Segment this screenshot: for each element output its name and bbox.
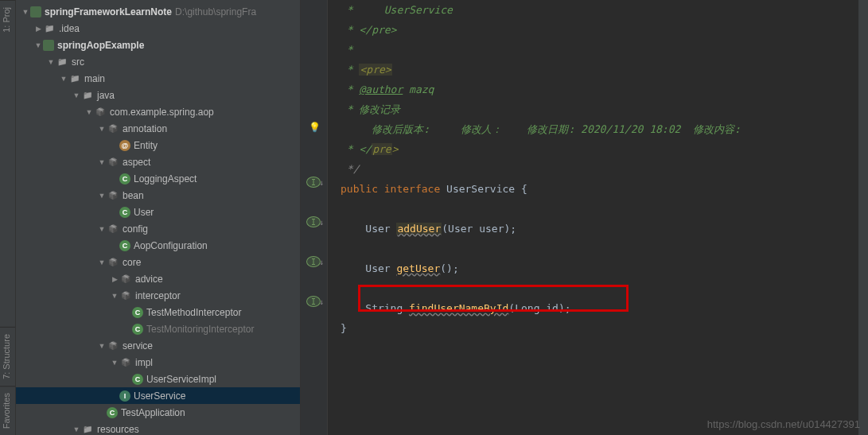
- tree-arrow-icon[interactable]: [110, 275, 119, 283]
- bulb-icon: 💡: [309, 122, 321, 133]
- code-line: interface: [378, 183, 446, 195]
- tree-node-core[interactable]: core: [16, 254, 300, 270]
- tree-node-label: java: [97, 90, 115, 101]
- class-icon: C: [107, 407, 118, 418]
- tree-node-label: aspect: [123, 157, 150, 168]
- tree-arrow-icon[interactable]: [110, 359, 119, 367]
- tree-node--idea[interactable]: .idea: [16, 20, 300, 37]
- tree-node-loggingaspect[interactable]: CLoggingAspect: [16, 170, 300, 187]
- editor[interactable]: 💡 I ↓ I ↓ I ↓ I ↓ * UserService * </pre>…: [301, 0, 868, 435]
- module-icon: [43, 40, 54, 51]
- interface-icon: I: [119, 390, 130, 402]
- tree-arrow-icon[interactable]: [97, 125, 107, 133]
- class-icon: C: [119, 207, 130, 218]
- tree-node-label: .idea: [59, 23, 80, 34]
- tree-node-entity[interactable]: @Entity: [16, 137, 300, 153]
- code-line: pre: [372, 143, 391, 155]
- code-line: >: [392, 143, 399, 155]
- tree-arrow-icon[interactable]: [97, 192, 107, 200]
- code-line: User: [341, 223, 396, 235]
- code-line: * </: [341, 143, 372, 155]
- code-line: UserService: [446, 183, 521, 195]
- tree-node-label: TestApplication: [121, 407, 185, 418]
- tree-node-testmethodinterceptor[interactable]: CTestMethodInterceptor: [16, 304, 300, 320]
- code-line: *: [341, 64, 359, 76]
- tree-node-annotation[interactable]: annotation: [16, 120, 300, 137]
- code-line: }: [341, 322, 347, 334]
- tree-node-aopconfiguration[interactable]: CAopConfiguration: [16, 237, 300, 254]
- tree-node-src[interactable]: src: [16, 53, 300, 70]
- tree-node-label: main: [84, 73, 105, 84]
- tree-node-label: bean: [123, 190, 144, 201]
- tree-arrow-icon[interactable]: [84, 108, 94, 116]
- tree-arrow-icon[interactable]: [59, 75, 68, 83]
- tree-arrow-icon[interactable]: [33, 25, 43, 33]
- tree-node-label: impl: [135, 357, 153, 368]
- tree-node-config[interactable]: config: [16, 220, 300, 237]
- tree-node-bean[interactable]: bean: [16, 187, 300, 204]
- tree-node-java[interactable]: java: [16, 87, 300, 103]
- code-line: (): [440, 262, 453, 274]
- tree-arrow-icon[interactable]: [21, 8, 30, 16]
- code-line: (User user): [442, 223, 510, 235]
- pkg-icon: [107, 122, 119, 135]
- code-line: getUser: [396, 262, 440, 274]
- tree-node-aspect[interactable]: aspect: [16, 153, 300, 170]
- tree-arrow-icon[interactable]: [97, 258, 107, 266]
- tree-node-label: TestMethodInterceptor: [146, 307, 241, 318]
- tree-node-service[interactable]: service: [16, 337, 300, 354]
- code-line: ;: [453, 262, 459, 274]
- code-line: */: [341, 163, 359, 175]
- tree-node-user[interactable]: CUser: [16, 204, 300, 220]
- tree-arrow-icon[interactable]: [72, 91, 81, 99]
- tree-node-label: TestMonitoringInterceptor: [146, 324, 254, 335]
- tree-node-label: com.example.spring.aop: [110, 107, 214, 118]
- tree-node-userserviceimpl[interactable]: CUserServiceImpl: [16, 371, 300, 387]
- tree-arrow-icon[interactable]: [97, 342, 107, 350]
- tree-node-advice[interactable]: advice: [16, 270, 300, 287]
- code-line: <pre>: [359, 64, 391, 76]
- pkg-icon: [107, 256, 119, 269]
- tree-node-label: UserServiceImpl: [146, 374, 216, 385]
- tree-node-label: core: [123, 257, 141, 268]
- tree-arrow-icon[interactable]: [110, 292, 119, 300]
- tree-node-main[interactable]: main: [16, 70, 300, 87]
- tree-node-springaopexample[interactable]: springAopExample: [16, 37, 300, 53]
- code-line: public: [341, 183, 378, 195]
- structure-tab[interactable]: 7: Structure: [0, 327, 15, 386]
- tree-node-impl[interactable]: impl: [16, 354, 300, 371]
- project-tree[interactable]: springFrameworkLearnNoteD:\github\spring…: [16, 0, 301, 435]
- tree-node-springframeworklearnnote[interactable]: springFrameworkLearnNoteD:\github\spring…: [16, 3, 300, 20]
- code-line: mazq: [403, 84, 434, 95]
- gutter-arrow-icon: ↓: [319, 218, 324, 227]
- code-line: ;: [565, 302, 571, 314]
- folder-icon: [56, 56, 68, 68]
- tree-arrow-icon[interactable]: [46, 58, 56, 66]
- tree-node-com-example-spring-aop[interactable]: com.example.spring.aop: [16, 103, 300, 120]
- tree-node-interceptor[interactable]: interceptor: [16, 287, 300, 304]
- gutter-arrow-icon: ↓: [319, 297, 324, 306]
- tree-node-testmonitoringinterceptor[interactable]: CTestMonitoringInterceptor: [16, 320, 300, 337]
- tree-node-userservice[interactable]: IUserService: [16, 387, 300, 404]
- gutter-arrow-icon: ↓: [319, 258, 324, 266]
- tree-node-resources[interactable]: resources: [16, 421, 300, 435]
- tree-arrow-icon[interactable]: [72, 425, 81, 433]
- error-stripe[interactable]: [858, 0, 868, 435]
- tree-node-testapplication[interactable]: CTestApplication: [16, 404, 300, 421]
- favorites-tab[interactable]: Favorites: [0, 386, 15, 435]
- pkg-icon: [107, 340, 119, 352]
- tree-node-label: UserService: [134, 390, 185, 402]
- tree-node-label: springFrameworkLearnNote: [45, 6, 172, 17]
- folder-icon: [43, 22, 56, 35]
- code-line: *: [341, 44, 353, 56]
- code-area[interactable]: * UserService * </pre> * * <pre> * @auth…: [328, 0, 858, 435]
- code-line: 修改后版本: 修改人： 修改日期:: [341, 122, 581, 137]
- tree-arrow-icon[interactable]: [97, 158, 107, 166]
- tree-node-label: Entity: [134, 140, 158, 151]
- pkg-icon: [107, 223, 119, 235]
- tree-node-label: resources: [97, 424, 139, 435]
- tree-arrow-icon[interactable]: [33, 41, 43, 49]
- project-tab[interactable]: 1: Proj: [0, 0, 15, 39]
- tree-arrow-icon[interactable]: [97, 225, 107, 233]
- class-icon: C: [119, 240, 130, 251]
